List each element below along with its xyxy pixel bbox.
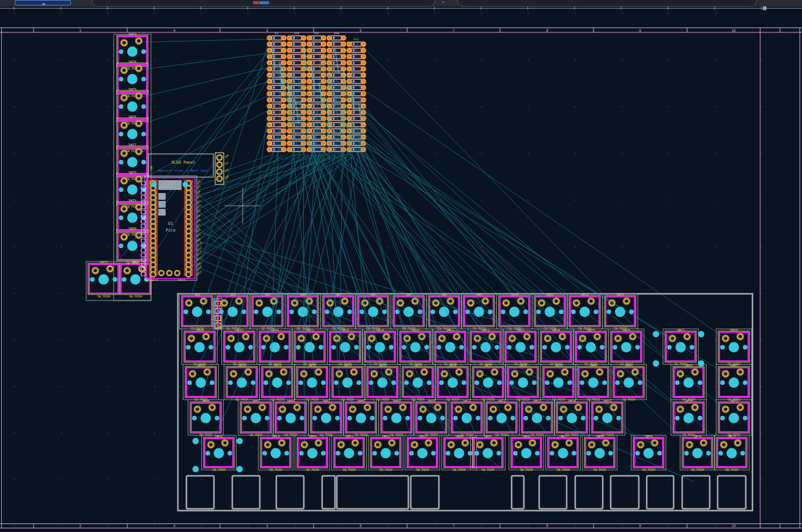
svg-text:SW77: SW77: [128, 143, 136, 147]
svg-text:SW_PUSH: SW_PUSH: [416, 468, 429, 472]
svg-text:SW_PUSH: SW_PUSH: [642, 468, 655, 472]
svg-text:SW49: SW49: [392, 399, 400, 403]
svg-text:6: 6: [359, 523, 362, 528]
svg-text:SW2: SW2: [230, 293, 236, 296]
svg-text:SW_PUSH: SW_PUSH: [342, 468, 355, 472]
svg-text:SW_PUSH: SW_PUSH: [129, 294, 142, 299]
svg-text:SW4: SW4: [300, 293, 307, 296]
svg-text:3: 3: [79, 28, 81, 32]
svg-text:D39: D39: [314, 32, 319, 35]
diode-footprint[interactable]: [307, 42, 326, 47]
diode-footprint[interactable]: [307, 35, 326, 41]
pcb-canvas[interactable]: 345678910345678910SW73SW_PUSHSW74SW_PUSH…: [0, 0, 802, 532]
svg-text:SW46: SW46: [287, 399, 295, 403]
svg-text:SW33: SW33: [344, 363, 351, 367]
svg-text:SW28: SW28: [730, 328, 738, 332]
svg-text:SW60: SW60: [308, 434, 316, 438]
svg-text:SW66: SW66: [522, 434, 530, 438]
diode-footprint[interactable]: [267, 147, 286, 152]
svg-text:SWCLK: SWCLK: [150, 279, 158, 282]
svg-text:SW_PUSH: SW_PUSH: [269, 468, 282, 472]
svg-text:D58: D58: [334, 32, 339, 35]
svg-text:SW21: SW21: [446, 328, 454, 332]
diode-footprint[interactable]: [307, 72, 326, 78]
svg-text:SW45: SW45: [252, 399, 260, 403]
svg-text:opposite elems on Back layer: opposite elems on Back layer: [158, 169, 209, 173]
svg-text:SW44: SW44: [202, 399, 210, 403]
diode-footprint[interactable]: [267, 91, 286, 97]
svg-text:SW69: SW69: [644, 434, 652, 438]
diode-footprint[interactable]: [267, 60, 286, 65]
diode-footprint[interactable]: [287, 60, 306, 65]
svg-text:SW17: SW17: [306, 328, 314, 332]
diode-footprint[interactable]: [267, 103, 286, 109]
diode-footprint[interactable]: [307, 79, 326, 84]
svg-text:SW13: SW13: [616, 293, 624, 296]
svg-text:D20: D20: [294, 32, 299, 35]
svg-text:SW_PUSH: SW_PUSH: [520, 468, 532, 472]
svg-text:SW3: SW3: [265, 293, 271, 296]
diode-footprint[interactable]: [347, 60, 366, 65]
svg-text:6: 6: [359, 28, 362, 32]
svg-text:SW43: SW43: [730, 363, 738, 367]
svg-text:SW_PUSH: SW_PUSH: [212, 468, 225, 472]
diode-footprint[interactable]: [326, 48, 346, 53]
diode-footprint[interactable]: [307, 109, 326, 115]
svg-text:SW59: SW59: [271, 434, 279, 438]
svg-text:SW62: SW62: [381, 434, 389, 438]
diode-footprint[interactable]: [267, 122, 286, 128]
diode-footprint[interactable]: [307, 60, 326, 65]
svg-text:8: 8: [546, 523, 548, 528]
diode-footprint[interactable]: [267, 35, 286, 41]
svg-text:SW_PUSH: SW_PUSH: [593, 468, 606, 472]
diode-footprint[interactable]: [326, 35, 346, 41]
diode-footprint[interactable]: [307, 85, 326, 90]
svg-text:SWDIO: SWDIO: [178, 279, 186, 282]
diode-footprint[interactable]: [347, 66, 366, 71]
svg-text:9: 9: [639, 28, 641, 32]
diode-footprint[interactable]: [287, 85, 306, 90]
diode-footprint[interactable]: [267, 109, 286, 115]
svg-text:SW68: SW68: [595, 434, 603, 438]
svg-text:SW37: SW37: [484, 363, 492, 367]
svg-text:SW_PUSH: SW_PUSH: [691, 468, 704, 472]
svg-text:SW_PUSH: SW_PUSH: [452, 468, 465, 472]
svg-text:7: 7: [452, 28, 455, 32]
svg-text:5: 5: [266, 28, 268, 32]
diode-footprint[interactable]: [326, 42, 346, 47]
diode-footprint[interactable]: [287, 35, 306, 41]
svg-text:4: 4: [173, 28, 175, 32]
diode-footprint[interactable]: [267, 42, 286, 47]
svg-text:U1: U1: [168, 221, 173, 226]
svg-text:J10: J10: [150, 166, 153, 171]
svg-text:SW7: SW7: [406, 293, 412, 296]
svg-text:SW71: SW71: [727, 434, 735, 438]
svg-text:SW57: SW57: [730, 399, 738, 403]
diode-footprint[interactable]: [267, 128, 286, 134]
svg-text:SW67: SW67: [559, 434, 567, 438]
svg-text:SW42: SW42: [685, 363, 693, 367]
svg-text:8: 8: [546, 28, 548, 32]
diode-footprint[interactable]: [347, 72, 366, 78]
svg-text:SW61: SW61: [345, 434, 353, 438]
svg-text:SW36: SW36: [449, 363, 457, 367]
pcb-editor-window: { "window": { "tabbar": { "active_color"…: [0, 0, 802, 532]
top-ruler: [0, 7, 802, 10]
diode-footprint[interactable]: [347, 42, 366, 47]
diode-footprint[interactable]: [287, 66, 306, 71]
svg-text:SW31: SW31: [273, 363, 281, 367]
svg-text:10: 10: [731, 523, 736, 528]
svg-text:5: 5: [266, 523, 268, 528]
svg-text:SW74: SW74: [128, 60, 137, 64]
diode-footprint[interactable]: [347, 97, 366, 103]
diode-footprint[interactable]: [347, 54, 366, 59]
svg-text:7: 7: [452, 523, 455, 528]
diode-footprint[interactable]: [307, 66, 326, 71]
svg-text:4: 4: [173, 523, 175, 528]
svg-text:SW19: SW19: [376, 328, 384, 332]
diode-footprint[interactable]: [287, 54, 306, 59]
svg-text:SW58: SW58: [215, 434, 223, 438]
svg-text:SW_PUSH: SW_PUSH: [379, 468, 392, 472]
svg-text:SW22: SW22: [482, 328, 490, 332]
diode-footprint[interactable]: [347, 91, 366, 97]
